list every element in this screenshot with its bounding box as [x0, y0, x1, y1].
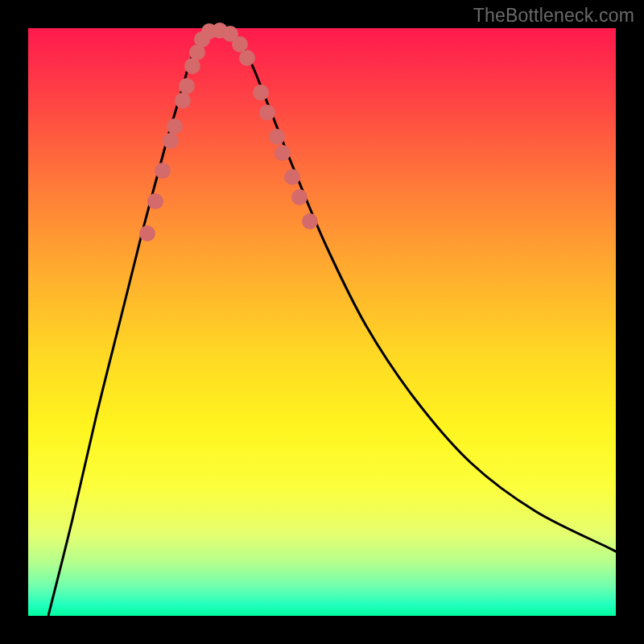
data-marker	[275, 145, 291, 161]
data-marker	[239, 50, 255, 66]
data-marker	[184, 58, 200, 74]
data-marker	[139, 225, 155, 242]
data-markers	[139, 23, 318, 242]
data-marker	[253, 85, 269, 101]
data-marker	[175, 93, 191, 109]
data-marker	[284, 169, 300, 185]
watermark-text: TheBottleneck.com	[473, 5, 634, 27]
data-marker	[269, 129, 285, 145]
data-marker	[163, 133, 179, 149]
plot-area	[28, 28, 616, 616]
data-marker	[302, 213, 318, 229]
data-marker	[232, 36, 248, 52]
chart-frame: TheBottleneck.com	[0, 0, 644, 644]
bottleneck-curve	[48, 30, 617, 616]
data-marker	[291, 189, 308, 205]
data-marker	[179, 78, 195, 94]
curve-canvas	[28, 28, 616, 616]
data-marker	[155, 163, 171, 179]
data-marker	[167, 118, 183, 134]
data-marker	[147, 193, 163, 209]
data-marker	[259, 105, 275, 121]
